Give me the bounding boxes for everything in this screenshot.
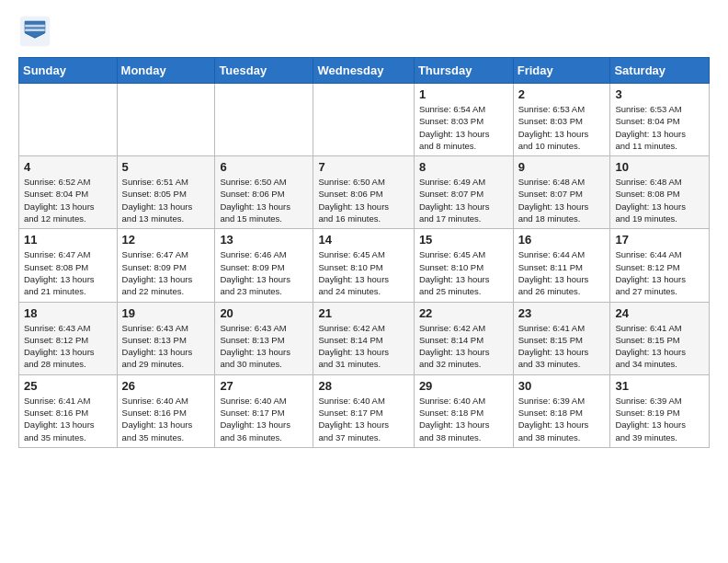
header bbox=[18, 15, 710, 48]
weekday-header-saturday: Saturday bbox=[610, 58, 710, 84]
day-info: Sunrise: 6:53 AM Sunset: 8:04 PM Dayligh… bbox=[615, 103, 704, 152]
day-info: Sunrise: 6:48 AM Sunset: 8:07 PM Dayligh… bbox=[518, 176, 606, 224]
calendar-day-cell: 26Sunrise: 6:40 AM Sunset: 8:16 PM Dayli… bbox=[117, 374, 215, 447]
calendar-day-cell: 28Sunrise: 6:40 AM Sunset: 8:17 PM Dayli… bbox=[313, 374, 414, 447]
calendar-day-cell: 17Sunrise: 6:44 AM Sunset: 8:12 PM Dayli… bbox=[610, 229, 710, 302]
calendar-day-cell: 2Sunrise: 6:53 AM Sunset: 8:03 PM Daylig… bbox=[513, 84, 610, 156]
day-info: Sunrise: 6:51 AM Sunset: 8:05 PM Dayligh… bbox=[122, 176, 210, 224]
day-number: 8 bbox=[419, 160, 508, 174]
calendar-empty-cell bbox=[313, 84, 414, 156]
day-number: 28 bbox=[318, 379, 408, 393]
calendar-day-cell: 15Sunrise: 6:45 AM Sunset: 8:10 PM Dayli… bbox=[414, 229, 513, 302]
day-number: 18 bbox=[24, 306, 112, 320]
day-number: 20 bbox=[220, 306, 308, 320]
weekday-header-monday: Monday bbox=[117, 58, 215, 84]
weekday-header-thursday: Thursday bbox=[414, 58, 513, 84]
day-info: Sunrise: 6:45 AM Sunset: 8:10 PM Dayligh… bbox=[318, 248, 408, 297]
calendar-day-cell: 5Sunrise: 6:51 AM Sunset: 8:05 PM Daylig… bbox=[117, 156, 215, 229]
calendar-week-row: 11Sunrise: 6:47 AM Sunset: 8:08 PM Dayli… bbox=[19, 229, 710, 302]
day-info: Sunrise: 6:40 AM Sunset: 8:18 PM Dayligh… bbox=[419, 395, 508, 443]
calendar-empty-cell bbox=[117, 84, 215, 156]
day-number: 3 bbox=[615, 87, 704, 101]
calendar-empty-cell bbox=[215, 84, 313, 156]
day-info: Sunrise: 6:40 AM Sunset: 8:17 PM Dayligh… bbox=[318, 395, 408, 443]
day-info: Sunrise: 6:47 AM Sunset: 8:08 PM Dayligh… bbox=[24, 248, 112, 297]
weekday-header-sunday: Sunday bbox=[19, 58, 118, 84]
day-number: 5 bbox=[122, 160, 210, 174]
day-info: Sunrise: 6:43 AM Sunset: 8:12 PM Dayligh… bbox=[24, 322, 112, 371]
calendar-day-cell: 19Sunrise: 6:43 AM Sunset: 8:13 PM Dayli… bbox=[117, 302, 215, 374]
day-number: 9 bbox=[518, 160, 606, 174]
day-number: 2 bbox=[518, 87, 606, 101]
day-info: Sunrise: 6:52 AM Sunset: 8:04 PM Dayligh… bbox=[24, 176, 112, 224]
day-info: Sunrise: 6:50 AM Sunset: 8:06 PM Dayligh… bbox=[220, 176, 308, 224]
svg-rect-4 bbox=[25, 29, 45, 31]
day-number: 14 bbox=[318, 233, 408, 247]
calendar-day-cell: 27Sunrise: 6:40 AM Sunset: 8:17 PM Dayli… bbox=[215, 374, 313, 447]
day-number: 29 bbox=[419, 379, 508, 393]
calendar-day-cell: 8Sunrise: 6:49 AM Sunset: 8:07 PM Daylig… bbox=[414, 156, 513, 229]
weekday-header-row: SundayMondayTuesdayWednesdayThursdayFrid… bbox=[19, 58, 710, 84]
day-info: Sunrise: 6:44 AM Sunset: 8:12 PM Dayligh… bbox=[615, 248, 704, 297]
calendar-day-cell: 3Sunrise: 6:53 AM Sunset: 8:04 PM Daylig… bbox=[610, 84, 710, 156]
calendar-day-cell: 7Sunrise: 6:50 AM Sunset: 8:06 PM Daylig… bbox=[313, 156, 414, 229]
day-number: 17 bbox=[615, 233, 704, 247]
day-number: 31 bbox=[615, 379, 704, 393]
day-info: Sunrise: 6:49 AM Sunset: 8:07 PM Dayligh… bbox=[419, 176, 508, 224]
day-info: Sunrise: 6:41 AM Sunset: 8:15 PM Dayligh… bbox=[615, 322, 704, 371]
calendar-week-row: 4Sunrise: 6:52 AM Sunset: 8:04 PM Daylig… bbox=[19, 156, 710, 229]
day-number: 10 bbox=[615, 160, 704, 174]
day-number: 19 bbox=[122, 306, 210, 320]
calendar-day-cell: 29Sunrise: 6:40 AM Sunset: 8:18 PM Dayli… bbox=[414, 374, 513, 447]
weekday-header-tuesday: Tuesday bbox=[215, 58, 313, 84]
day-number: 24 bbox=[615, 306, 704, 320]
day-info: Sunrise: 6:43 AM Sunset: 8:13 PM Dayligh… bbox=[122, 322, 210, 371]
calendar-day-cell: 13Sunrise: 6:46 AM Sunset: 8:09 PM Dayli… bbox=[215, 229, 313, 302]
calendar-day-cell: 25Sunrise: 6:41 AM Sunset: 8:16 PM Dayli… bbox=[19, 374, 118, 447]
logo-icon bbox=[18, 15, 51, 48]
logo bbox=[18, 15, 55, 48]
calendar-day-cell: 20Sunrise: 6:43 AM Sunset: 8:13 PM Dayli… bbox=[215, 302, 313, 374]
day-info: Sunrise: 6:46 AM Sunset: 8:09 PM Dayligh… bbox=[220, 248, 308, 297]
calendar-day-cell: 18Sunrise: 6:43 AM Sunset: 8:12 PM Dayli… bbox=[19, 302, 118, 374]
day-info: Sunrise: 6:48 AM Sunset: 8:08 PM Dayligh… bbox=[615, 176, 704, 224]
day-info: Sunrise: 6:40 AM Sunset: 8:16 PM Dayligh… bbox=[122, 395, 210, 443]
day-number: 7 bbox=[318, 160, 408, 174]
day-number: 15 bbox=[419, 233, 508, 247]
day-info: Sunrise: 6:54 AM Sunset: 8:03 PM Dayligh… bbox=[419, 103, 508, 152]
calendar-day-cell: 1Sunrise: 6:54 AM Sunset: 8:03 PM Daylig… bbox=[414, 84, 513, 156]
calendar-week-row: 1Sunrise: 6:54 AM Sunset: 8:03 PM Daylig… bbox=[19, 84, 710, 156]
calendar-day-cell: 22Sunrise: 6:42 AM Sunset: 8:14 PM Dayli… bbox=[414, 302, 513, 374]
day-number: 6 bbox=[220, 160, 308, 174]
day-number: 25 bbox=[24, 379, 112, 393]
day-info: Sunrise: 6:44 AM Sunset: 8:11 PM Dayligh… bbox=[518, 248, 606, 297]
calendar-day-cell: 14Sunrise: 6:45 AM Sunset: 8:10 PM Dayli… bbox=[313, 229, 414, 302]
day-info: Sunrise: 6:42 AM Sunset: 8:14 PM Dayligh… bbox=[318, 322, 408, 371]
day-info: Sunrise: 6:39 AM Sunset: 8:18 PM Dayligh… bbox=[518, 395, 606, 443]
day-info: Sunrise: 6:42 AM Sunset: 8:14 PM Dayligh… bbox=[419, 322, 508, 371]
calendar-day-cell: 23Sunrise: 6:41 AM Sunset: 8:15 PM Dayli… bbox=[513, 302, 610, 374]
calendar-day-cell: 11Sunrise: 6:47 AM Sunset: 8:08 PM Dayli… bbox=[19, 229, 118, 302]
calendar-day-cell: 4Sunrise: 6:52 AM Sunset: 8:04 PM Daylig… bbox=[19, 156, 118, 229]
calendar-day-cell: 30Sunrise: 6:39 AM Sunset: 8:18 PM Dayli… bbox=[513, 374, 610, 447]
day-number: 30 bbox=[518, 379, 606, 393]
calendar-day-cell: 31Sunrise: 6:39 AM Sunset: 8:19 PM Dayli… bbox=[610, 374, 710, 447]
day-number: 21 bbox=[318, 306, 408, 320]
day-info: Sunrise: 6:53 AM Sunset: 8:03 PM Dayligh… bbox=[518, 103, 606, 152]
calendar-table: SundayMondayTuesdayWednesdayThursdayFrid… bbox=[18, 57, 710, 448]
calendar-day-cell: 24Sunrise: 6:41 AM Sunset: 8:15 PM Dayli… bbox=[610, 302, 710, 374]
day-info: Sunrise: 6:43 AM Sunset: 8:13 PM Dayligh… bbox=[220, 322, 308, 371]
day-info: Sunrise: 6:50 AM Sunset: 8:06 PM Dayligh… bbox=[318, 176, 408, 224]
calendar-day-cell: 9Sunrise: 6:48 AM Sunset: 8:07 PM Daylig… bbox=[513, 156, 610, 229]
day-number: 27 bbox=[220, 379, 308, 393]
day-info: Sunrise: 6:41 AM Sunset: 8:15 PM Dayligh… bbox=[518, 322, 606, 371]
day-number: 1 bbox=[419, 87, 508, 101]
calendar-day-cell: 10Sunrise: 6:48 AM Sunset: 8:08 PM Dayli… bbox=[610, 156, 710, 229]
calendar-day-cell: 16Sunrise: 6:44 AM Sunset: 8:11 PM Dayli… bbox=[513, 229, 610, 302]
day-number: 13 bbox=[220, 233, 308, 247]
day-info: Sunrise: 6:47 AM Sunset: 8:09 PM Dayligh… bbox=[122, 248, 210, 297]
calendar-week-row: 18Sunrise: 6:43 AM Sunset: 8:12 PM Dayli… bbox=[19, 302, 710, 374]
day-number: 16 bbox=[518, 233, 606, 247]
calendar-week-row: 25Sunrise: 6:41 AM Sunset: 8:16 PM Dayli… bbox=[19, 374, 710, 447]
svg-rect-3 bbox=[25, 25, 45, 28]
